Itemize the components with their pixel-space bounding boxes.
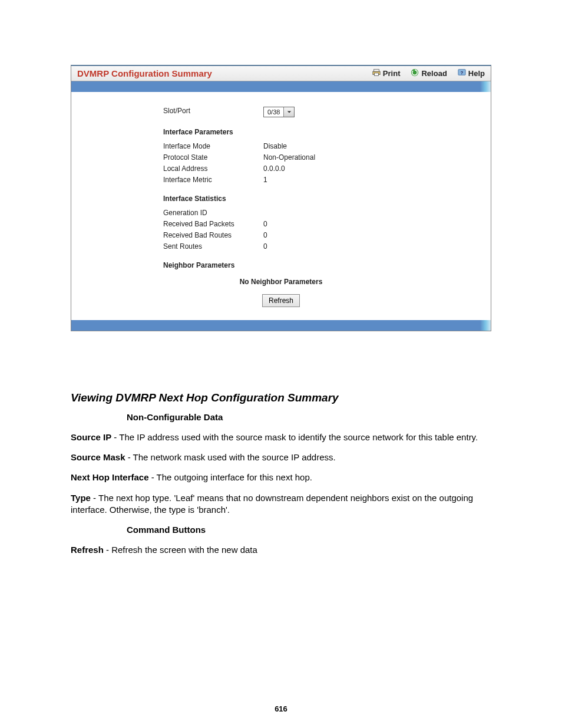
slot-port-label: Slot/Port <box>163 107 263 117</box>
no-neighbor-note: No Neighbor Parameters <box>163 278 399 286</box>
reload-button[interactable]: Reload <box>411 68 447 78</box>
protocol-state-label: Protocol State <box>163 153 263 162</box>
neighbor-parameters-heading: Neighbor Parameters <box>163 261 399 269</box>
interface-metric-label: Interface Metric <box>163 176 263 184</box>
sent-routes-label: Sent Routes <box>163 242 263 251</box>
bottom-blue-bar <box>71 320 491 331</box>
help-label: Help <box>468 69 485 78</box>
reload-icon <box>411 68 419 78</box>
rx-bad-packets-label: Received Bad Packets <box>163 220 263 228</box>
source-mask-desc: Source Mask - The network mask used with… <box>71 452 491 463</box>
source-ip-desc: Source IP - The IP address used with the… <box>71 431 491 443</box>
config-panel: DVMRP Configuration Summary Print Reload <box>71 65 491 331</box>
panel-title: DVMRP Configuration Summary <box>77 68 372 78</box>
reload-label: Reload <box>421 69 447 78</box>
generation-id-value <box>263 209 399 217</box>
refresh-term: Refresh <box>71 545 104 555</box>
page-number: 616 <box>0 704 562 713</box>
documentation-section: Viewing DVMRP Next Hop Configuration Sum… <box>71 390 491 556</box>
interface-parameters-heading: Interface Parameters <box>163 128 399 136</box>
refresh-desc: Refresh - Refresh the screen with the ne… <box>71 544 491 556</box>
panel-actions: Print Reload ? Help <box>372 68 485 78</box>
doc-title: Viewing DVMRP Next Hop Configuration Sum… <box>71 390 491 406</box>
local-address-label: Local Address <box>163 164 263 173</box>
local-address-value: 0.0.0.0 <box>263 164 399 173</box>
top-blue-bar <box>71 81 491 92</box>
svg-text:?: ? <box>460 70 463 75</box>
cmd-buttons-heading: Command Buttons <box>127 524 491 536</box>
help-icon: ? <box>458 68 466 78</box>
svg-rect-2 <box>374 73 378 75</box>
print-icon <box>372 68 381 78</box>
slot-port-select[interactable]: 0/38 <box>263 107 295 117</box>
interface-mode-value: Disable <box>263 142 399 150</box>
slot-port-value: 0/38 <box>264 108 283 116</box>
nonconfig-heading: Non-Configurable Data <box>127 411 491 423</box>
interface-mode-label: Interface Mode <box>163 142 263 150</box>
rx-bad-routes-label: Received Bad Routes <box>163 231 263 239</box>
type-desc: Type - The next hop type. 'Leaf' means t… <box>71 492 491 516</box>
source-mask-term: Source Mask <box>71 452 125 462</box>
interface-statistics-heading: Interface Statistics <box>163 195 399 203</box>
next-hop-if-desc: Next Hop Interface - The outgoing interf… <box>71 472 491 483</box>
refresh-button[interactable]: Refresh <box>262 294 300 307</box>
next-hop-if-term: Next Hop Interface <box>71 472 149 482</box>
help-button[interactable]: ? Help <box>458 68 485 78</box>
svg-rect-0 <box>373 70 379 72</box>
rx-bad-packets-value: 0 <box>263 220 399 228</box>
generation-id-label: Generation ID <box>163 209 263 217</box>
panel-body: Slot/Port 0/38 Interface Parameters Inte… <box>71 92 491 320</box>
print-button[interactable]: Print <box>372 68 401 78</box>
panel-header: DVMRP Configuration Summary Print Reload <box>71 66 491 81</box>
sent-routes-value: 0 <box>263 242 399 251</box>
protocol-state-value: Non-Operational <box>263 153 399 162</box>
rx-bad-routes-value: 0 <box>263 231 399 239</box>
source-ip-term: Source IP <box>71 432 111 442</box>
print-label: Print <box>383 69 401 78</box>
type-term: Type <box>71 493 91 503</box>
interface-metric-value: 1 <box>263 176 399 184</box>
chevron-down-icon <box>283 107 294 117</box>
